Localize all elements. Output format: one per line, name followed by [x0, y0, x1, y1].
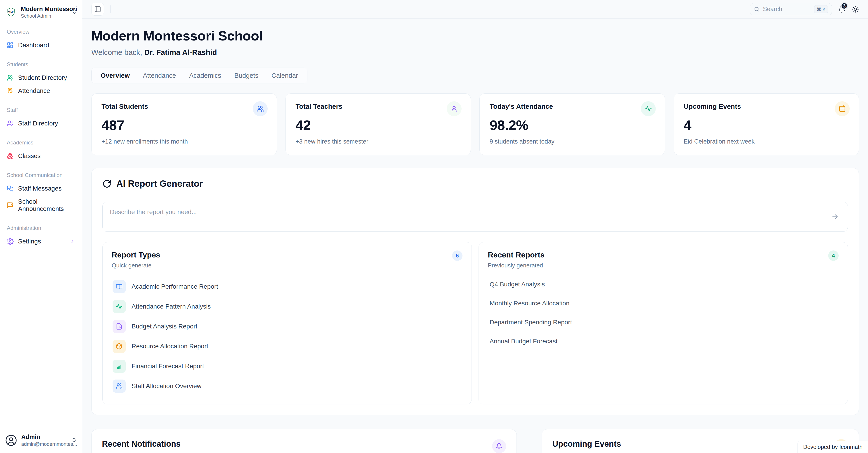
sidebar-item-label: Staff Messages [18, 185, 61, 192]
sidebar-section-students: Students [4, 52, 79, 71]
report-type-label: Academic Performance Report [131, 283, 218, 290]
sidebar-item-staff-messages[interactable]: Staff Messages [4, 182, 79, 195]
sidebar-item-school-announcements[interactable]: School Announcements [4, 195, 79, 215]
sidebar-item-dashboard[interactable]: Dashboard [4, 39, 79, 52]
activity-icon [645, 105, 652, 112]
report-type-attendance-pattern-analysis[interactable]: Attendance Pattern Analysis [112, 297, 463, 316]
sidebar-item-staff-directory[interactable]: Staff Directory [4, 117, 79, 130]
app: MMS Modern Montessori School Admin Overv… [0, 0, 868, 453]
stat-card-total-students: Total Students 487 +12 new enrollments t… [91, 93, 277, 155]
stat-value: 487 [101, 117, 267, 133]
bell-icon [492, 439, 506, 453]
sidebar-item-student-directory[interactable]: Student Directory [4, 71, 79, 84]
user-email: admin@modernmontes... [21, 441, 67, 447]
ai-generator-title: AI Report Generator [116, 179, 203, 189]
school-name: Modern Montessori [21, 5, 68, 13]
user-menu[interactable]: Admin admin@modernmontes... [0, 427, 82, 453]
recent-reports-list: Q4 Budget AnalysisMonthly Resource Alloc… [488, 275, 839, 351]
chevron-right-icon [69, 239, 75, 244]
bar-chart-icon [116, 363, 123, 370]
users-icon [7, 74, 13, 81]
tab-calendar[interactable]: Calendar [272, 72, 298, 79]
report-type-academic-performance-report[interactable]: Academic Performance Report [112, 277, 463, 297]
tab-attendance[interactable]: Attendance [143, 72, 176, 79]
stat-title: Total Teachers [296, 102, 461, 110]
sidebar-item-label: Attendance [18, 87, 50, 94]
ai-prompt-input[interactable] [103, 202, 848, 231]
sidebar-item-attendance[interactable]: Attendance [4, 84, 79, 97]
sidebar-item-label: Settings [18, 238, 41, 245]
report-type-label: Financial Forecast Report [131, 363, 204, 370]
recent-report-monthly-resource-allocation[interactable]: Monthly Resource Allocation [488, 294, 839, 313]
sidebar-item-label: Student Directory [18, 74, 67, 81]
report-types-count-badge: 6 [452, 250, 463, 261]
sidebar-section-staff: Staff [4, 97, 79, 117]
report-type-label: Budget Analysis Report [131, 323, 197, 330]
report-type-financial-forecast-report[interactable]: Financial Forecast Report [112, 356, 463, 376]
sidebar-item-label: Dashboard [18, 41, 49, 49]
welcome-name: Dr. Fatima Al-Rashid [144, 48, 217, 57]
tab-academics[interactable]: Academics [189, 72, 221, 79]
developed-by-badge: Developed by Iconmath [798, 441, 868, 453]
book-open-icon [116, 283, 123, 290]
theme-toggle-button[interactable] [852, 6, 859, 13]
main: ⌘ K 3 Modern Montessori School Welcome b… [82, 0, 868, 453]
announcement-icon [7, 202, 13, 209]
sidebar-section-administration: Administration [4, 215, 79, 235]
panel-left-icon [94, 6, 101, 13]
sidebar-section-school-communication: School Communication [4, 162, 79, 182]
tab-budgets[interactable]: Budgets [235, 72, 258, 79]
stat-value: 4 [684, 117, 849, 133]
package-icon [116, 343, 123, 350]
sidebar-item-label: Classes [18, 152, 41, 159]
dashboard-icon [7, 42, 13, 49]
chat-icon [7, 185, 13, 192]
report-type-budget-analysis-report[interactable]: Budget Analysis Report [112, 316, 463, 336]
user-name: Admin [21, 433, 67, 441]
rotate-cw-icon [102, 179, 112, 188]
user-circle-icon [5, 434, 17, 447]
activity-icon [116, 303, 123, 310]
tab-bar: OverviewAttendanceAcademicsBudgetsCalend… [91, 68, 307, 83]
file-chart-icon [116, 323, 123, 330]
recent-reports-title: Recent Reports [488, 250, 545, 259]
school-role: School Admin [21, 13, 68, 19]
report-type-resource-allocation-report[interactable]: Resource Allocation Report [112, 336, 463, 356]
report-type-label: Attendance Pattern Analysis [131, 303, 211, 310]
search-box[interactable]: ⌘ K [750, 3, 832, 16]
stat-value: 98.2% [490, 117, 655, 133]
clipboard-check-icon [7, 88, 13, 94]
report-type-label: Resource Allocation Report [131, 343, 208, 350]
recent-report-annual-budget-forecast[interactable]: Annual Budget Forecast [488, 332, 839, 351]
sidebar: MMS Modern Montessori School Admin Overv… [0, 0, 82, 453]
ai-report-generator-card: AI Report Generator Report Types Quick g… [91, 168, 859, 415]
users-icon [256, 105, 264, 112]
search-shortcut: ⌘ K [814, 5, 828, 13]
sidebar-item-classes[interactable]: Classes [4, 149, 79, 162]
chevrons-up-down-icon [72, 9, 78, 16]
tab-overview[interactable]: Overview [101, 72, 130, 79]
notifications-button[interactable]: 3 [838, 6, 845, 13]
sidebar-section-overview: Overview [4, 23, 79, 39]
stat-subtitle: Eid Celebration next week [684, 138, 849, 145]
ai-send-button[interactable] [831, 213, 839, 221]
sidebar-section-academics: Academics [4, 130, 79, 149]
report-type-staff-allocation-overview[interactable]: Staff Allocation Overview [112, 376, 463, 396]
recent-reports-subtitle: Previously generated [488, 262, 545, 269]
report-types-title: Report Types [112, 250, 160, 259]
stat-cards: Total Students 487 +12 new enrollments t… [91, 93, 859, 155]
search-input[interactable] [763, 6, 811, 13]
content: Modern Montessori School Welcome back, D… [82, 19, 868, 453]
recent-report-q4-budget-analysis[interactable]: Q4 Budget Analysis [488, 275, 839, 294]
school-switcher[interactable]: MMS Modern Montessori School Admin [0, 0, 82, 22]
stat-value: 42 [296, 117, 461, 133]
svg-text:MMS: MMS [8, 11, 14, 14]
sun-icon [852, 6, 859, 13]
ai-prompt-box [102, 202, 848, 232]
notification-count-badge: 3 [840, 2, 848, 10]
sidebar-item-settings[interactable]: Settings [4, 235, 79, 248]
recent-reports-count-badge: 4 [828, 250, 839, 261]
recent-report-department-spending-report[interactable]: Department Spending Report [488, 313, 839, 332]
sidebar-toggle-button[interactable] [91, 3, 104, 16]
topbar: ⌘ K 3 [82, 0, 868, 19]
